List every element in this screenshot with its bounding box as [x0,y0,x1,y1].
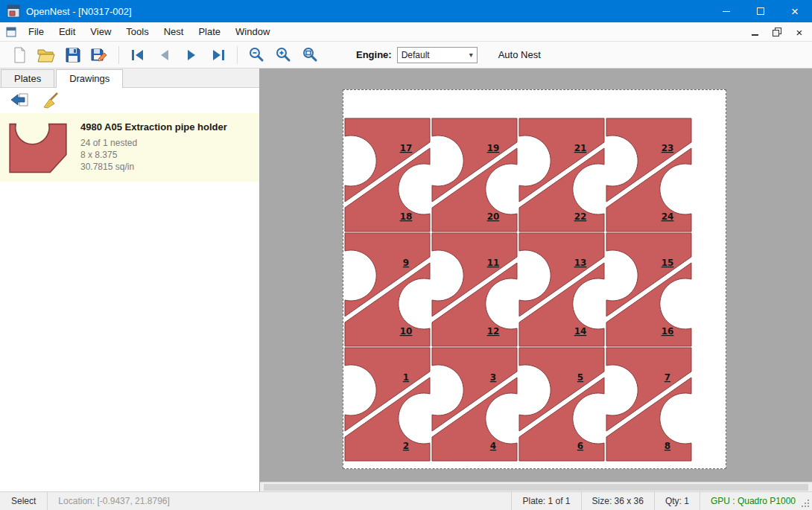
mdi-close-icon: × [796,27,803,38]
last-plate-button[interactable] [205,44,232,66]
open-button[interactable] [33,44,60,66]
part-pair: 2324 [606,118,691,232]
part-pair: 1112 [432,233,517,346]
minimize-button[interactable] [709,0,743,22]
part-pair: 1314 [519,233,604,346]
mode-indicator: Select [0,492,48,510]
menu-bar: File Edit View Tools Nest Plate Window × [0,22,812,42]
tab-drawings[interactable]: Drawings [56,69,123,88]
mdi-child-icon[interactable] [6,27,16,37]
part-pair: 1718 [345,118,430,232]
first-plate-button[interactable] [124,44,151,66]
drawing-area: 30.7815 sq/in [80,161,227,173]
auto-nest-button[interactable]: Auto Nest [498,49,541,60]
horizontal-scrollbar[interactable] [260,482,812,491]
main-toolbar: Engine: Default ▾ Auto Nest [0,42,812,68]
new-button[interactable] [6,44,33,66]
app-icon [7,4,20,18]
menu-item-nest[interactable]: Nest [156,23,191,40]
part-pair: 56 [519,348,604,461]
part-thumbnail [6,118,70,177]
qty-indicator: Qty: 1 [654,492,700,510]
zoom-out-button[interactable] [243,44,270,66]
previous-plate-icon [156,47,173,63]
first-plate-icon [130,47,146,63]
last-plate-icon [210,47,226,63]
scrollbar-thumb[interactable] [264,484,808,491]
plate-svg[interactable]: 171819202122232491011121314151612345678 [343,90,726,468]
part-number-label: 10 [400,326,413,337]
part-number-label: 16 [662,326,674,337]
clean-button[interactable] [39,90,63,111]
drawing-size: 8 x 8.375 [80,149,227,161]
menu-item-file[interactable]: File [21,23,51,40]
part-number-label: 21 [574,143,587,153]
part-number-label: 11 [487,258,500,268]
previous-plate-button[interactable] [151,44,178,66]
close-icon: × [791,5,799,18]
content-area: Plates Drawings [0,68,812,491]
save-as-button[interactable] [86,44,113,66]
part-number-label: 4 [490,441,496,451]
engine-selected-value: Default [402,50,430,60]
zoom-fit-button[interactable] [296,44,323,66]
save-icon [65,47,81,63]
nest-canvas[interactable]: 171819202122232491011121314151612345678 [260,68,812,491]
drawing-title: 4980 A05 Extraction pipe holder [80,121,227,133]
zoom-in-button[interactable] [270,44,296,66]
mdi-minimize-icon [752,34,758,36]
save-button[interactable] [60,44,86,66]
new-document-icon [11,47,28,63]
drawing-item-text: 4980 A05 Extraction pipe holder 24 of 1 … [80,118,227,177]
menu-item-tools[interactable]: Tools [118,23,156,40]
part-number-label: 22 [574,211,587,222]
part-number-label: 23 [662,143,674,153]
part-number-label: 2 [403,441,409,451]
drawing-nested-count: 24 of 1 nested [80,137,227,149]
mdi-restore-button[interactable] [772,27,782,37]
toolbar-separator [237,46,238,64]
title-bar: OpenNest - [N0317-002] × [0,0,812,22]
zoom-out-icon [247,46,265,64]
part-number-label: 15 [662,258,674,268]
window-controls: × [709,0,812,22]
part-number-label: 19 [487,143,500,153]
menu-item-window[interactable]: Window [228,23,277,40]
drawing-list-item[interactable]: 4980 A05 Extraction pipe holder 24 of 1 … [0,113,259,182]
menu-item-edit[interactable]: Edit [51,23,83,40]
flip-button[interactable] [7,90,31,111]
part-number-label: 24 [662,211,674,222]
part-number-label: 3 [490,372,496,383]
broom-icon [42,92,60,109]
maximize-icon [757,7,764,15]
mdi-minimize-button[interactable] [749,27,760,37]
resize-grip[interactable] [801,499,811,509]
part-number-label: 13 [574,258,587,268]
save-edit-icon [91,47,109,63]
part-number-label: 17 [400,143,413,153]
plate[interactable]: 171819202122232491011121314151612345678 [343,89,726,469]
zoom-fit-icon [301,46,319,64]
tab-plates[interactable]: Plates [1,69,54,87]
size-indicator: Size: 36 x 36 [581,492,654,510]
part-pair: 78 [606,348,691,461]
mdi-restore-icon [773,28,781,36]
part-pair: 1516 [606,233,691,346]
mdi-close-button[interactable]: × [794,27,805,37]
part-pair: 12 [345,348,430,461]
part-number-label: 9 [403,258,409,268]
next-plate-button[interactable] [178,44,205,66]
part-pair: 34 [432,348,517,461]
maximize-button[interactable] [743,0,778,22]
zoom-in-icon [274,46,292,64]
close-button[interactable]: × [778,0,812,22]
engine-select[interactable]: Default ▾ [397,47,478,63]
toolbar-separator [118,46,119,64]
menu-item-view[interactable]: View [83,23,118,40]
part-number-label: 7 [664,372,670,383]
sidebar-tabs: Plates Drawings [0,68,259,88]
plate-indicator: Plate: 1 of 1 [511,492,580,510]
minimize-icon [723,11,730,12]
menu-item-plate[interactable]: Plate [191,23,228,40]
part-thumbnail-shape [8,119,68,176]
